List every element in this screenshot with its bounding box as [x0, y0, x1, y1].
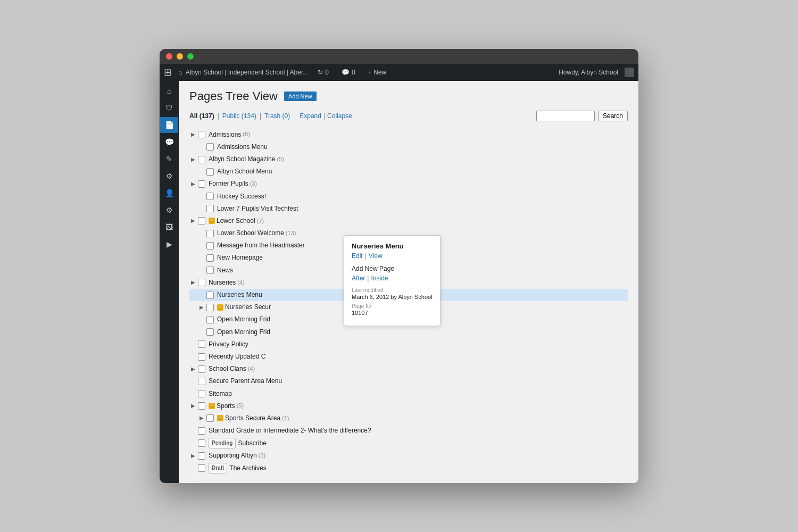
page-name[interactable]: Secure Parent Area Menu	[209, 376, 282, 386]
page-checkbox[interactable]	[198, 464, 205, 472]
page-checkbox[interactable]	[206, 143, 214, 151]
collapse-link[interactable]: Collapse	[327, 112, 352, 120]
toggle-icon[interactable]: ▶	[189, 217, 197, 225]
toggle-icon[interactable]: ▶	[198, 414, 205, 422]
page-checkbox[interactable]	[206, 292, 214, 299]
page-checkbox[interactable]	[198, 217, 205, 225]
page-checkbox[interactable]	[206, 254, 214, 262]
page-checkbox[interactable]	[198, 156, 205, 163]
toggle-icon[interactable]: ▶	[189, 131, 197, 138]
search-button[interactable]: Search	[598, 111, 628, 121]
page-name[interactable]: Lower School Welcome	[217, 228, 284, 238]
sidebar-item-settings[interactable]: ⚙	[160, 202, 178, 218]
comments-item[interactable]: 💬 0	[338, 69, 359, 76]
sidebar-item-media[interactable]: 🖼	[160, 219, 178, 235]
page-checkbox[interactable]	[198, 427, 205, 435]
page-name[interactable]: Albyn School Magazine	[209, 154, 275, 164]
page-checkbox[interactable]	[206, 205, 214, 212]
sidebar-item-video[interactable]: ▶	[160, 236, 178, 252]
tooltip-after-link[interactable]: After	[352, 275, 365, 282]
page-checkbox[interactable]	[206, 414, 214, 422]
page-name[interactable]: Lower 7 Pupils Visit Techfest	[217, 204, 298, 214]
sidebar-item-dashboard[interactable]: ⌂	[160, 83, 178, 99]
toggle-icon[interactable]: ▶	[189, 365, 197, 373]
page-name[interactable]: Nurseries Menu	[217, 290, 262, 300]
search-input[interactable]	[536, 111, 595, 121]
filter-trash[interactable]: Trash (0)	[264, 112, 290, 120]
wp-logo[interactable]: ⊞	[164, 66, 172, 78]
page-name[interactable]: Admissions	[209, 130, 241, 140]
page-checkbox[interactable]	[198, 353, 205, 361]
page-name[interactable]: Admissions Menu	[217, 142, 268, 152]
page-checkbox[interactable]	[198, 390, 205, 397]
toggle-icon[interactable]: ▶	[189, 452, 197, 460]
page-checkbox[interactable]	[206, 168, 214, 176]
page-name[interactable]: New Homepage	[217, 253, 263, 263]
updates-item[interactable]: ↻ 0	[314, 69, 332, 76]
page-checkbox[interactable]	[198, 340, 205, 348]
add-new-button[interactable]: Add New	[284, 92, 317, 101]
close-button[interactable]	[166, 53, 172, 60]
sidebar-item-plugins[interactable]: ⚙	[160, 168, 178, 184]
user-avatar[interactable]	[625, 68, 634, 77]
sidebar-item-shield[interactable]: 🛡	[160, 100, 178, 116]
page-name[interactable]: Nurseries	[209, 278, 236, 288]
new-content-button[interactable]: + New	[365, 69, 389, 76]
page-checkbox[interactable]	[198, 180, 205, 188]
page-name[interactable]: Recently Updated C	[209, 352, 265, 362]
page-name[interactable]: Message from the Headmaster	[217, 240, 305, 251]
page-name[interactable]: Nurseries Secur	[225, 302, 271, 312]
page-name[interactable]: Sports Secure Area	[225, 413, 280, 423]
minimize-button[interactable]	[177, 53, 183, 60]
page-name[interactable]: Standard Grade or Intermediate 2- What's…	[209, 426, 371, 436]
page-checkbox[interactable]	[206, 193, 214, 200]
tooltip-popup: Nurseries Menu Edit | View Add New Page …	[344, 235, 440, 326]
page-name[interactable]: The Archives	[229, 463, 266, 473]
page-name[interactable]: Open Morning Frid	[217, 327, 270, 337]
page-checkbox[interactable]	[198, 378, 205, 385]
page-name[interactable]: Lower School	[217, 216, 255, 226]
tooltip-inside-link[interactable]: Inside	[371, 275, 388, 282]
page-name[interactable]: Subscribe	[238, 438, 266, 448]
toggle-icon[interactable]: ▶	[189, 279, 197, 286]
page-name[interactable]: Open Morning Frid	[217, 314, 270, 325]
page-name[interactable]: Albyn School Menu	[217, 167, 272, 177]
page-checkbox[interactable]	[198, 279, 205, 286]
page-name[interactable]: News	[217, 265, 233, 276]
toggle-icon[interactable]: ▶	[189, 156, 197, 163]
page-checkbox[interactable]	[198, 452, 205, 460]
page-name[interactable]: Supporting Albyn	[209, 451, 257, 461]
page-name[interactable]: Sports	[217, 401, 235, 411]
toggle-icon[interactable]: ▶	[189, 180, 197, 188]
expand-link[interactable]: Expand	[300, 112, 321, 120]
toggle-icon[interactable]: ▶	[189, 402, 197, 410]
page-checkbox[interactable]	[198, 365, 205, 373]
page-count: (4)	[248, 364, 255, 374]
site-link[interactable]: ⌂ Albyn School | Independent School | Ab…	[178, 68, 308, 76]
page-name[interactable]: Hockey Success!	[217, 192, 266, 202]
toggle-icon[interactable]: ▶	[198, 304, 205, 311]
page-checkbox[interactable]	[206, 230, 214, 237]
tooltip-view-link[interactable]: View	[369, 252, 383, 260]
sidebar-item-pages[interactable]: 📄	[160, 117, 178, 133]
page-checkbox[interactable]	[206, 242, 214, 250]
tooltip-edit-link[interactable]: Edit	[352, 252, 363, 260]
filter-all[interactable]: All (137)	[189, 112, 214, 120]
page-name[interactable]: Sitemap	[209, 389, 232, 399]
page-checkbox[interactable]	[198, 402, 205, 410]
sidebar-item-users[interactable]: 👤	[160, 185, 178, 201]
sidebar-item-tools[interactable]: ✎	[160, 151, 178, 167]
page-checkbox[interactable]	[206, 267, 214, 274]
page-name[interactable]: Privacy Policy	[209, 339, 248, 350]
lock-icon: 🔒	[209, 218, 215, 224]
filter-public[interactable]: Public (134)	[222, 112, 256, 120]
page-checkbox[interactable]	[206, 304, 214, 311]
page-checkbox[interactable]	[198, 439, 205, 447]
maximize-button[interactable]	[187, 53, 194, 60]
sidebar-item-comments[interactable]: 💬	[160, 134, 178, 150]
page-name[interactable]: School Clans	[209, 364, 246, 374]
page-checkbox[interactable]	[206, 328, 214, 336]
page-checkbox[interactable]	[206, 316, 214, 323]
page-name[interactable]: Former Pupils	[209, 179, 248, 189]
page-checkbox[interactable]	[198, 131, 205, 138]
